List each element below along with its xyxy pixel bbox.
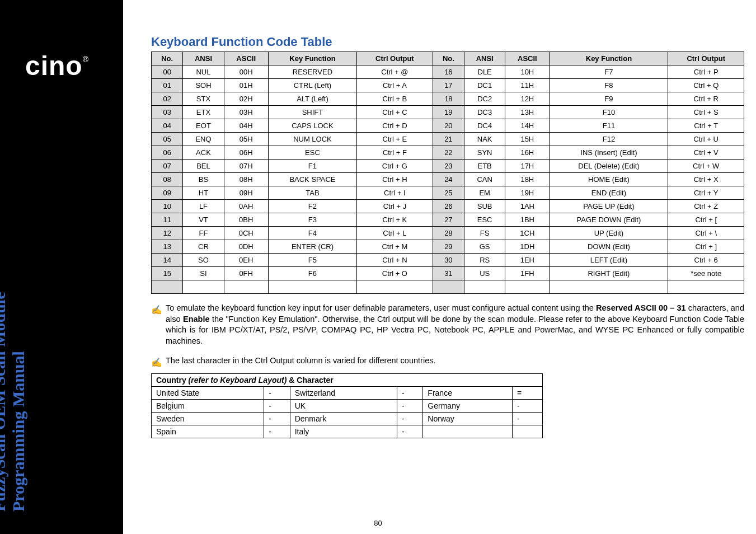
cell-ctrl: Ctrl + Z	[668, 200, 744, 213]
th-no-r: No.	[433, 52, 464, 65]
cell-ctrl: Ctrl + @	[357, 65, 433, 79]
country-cell: Italy	[290, 425, 397, 438]
cell-ascii: 03H	[224, 106, 268, 119]
content-area: Keyboard Function Code Table No. ANSI AS…	[151, 35, 744, 438]
cell-ascii: 16H	[505, 146, 550, 160]
cell-no: 13	[152, 240, 183, 254]
cell-ascii: 1DH	[505, 240, 550, 254]
cell-ctrl: Ctrl + \	[668, 227, 744, 240]
cell-keyfn: HOME (Edit)	[550, 173, 668, 186]
cell-ansi: ETB	[464, 160, 505, 173]
cell-ascii: 04H	[224, 119, 268, 133]
cell-ctrl: Ctrl + G	[357, 160, 433, 173]
th-keyfn-r: Key Function	[550, 52, 668, 65]
cell-ctrl: Ctrl + M	[357, 240, 433, 254]
table-row: 08BS08HBACK SPACECtrl + H24CAN18HHOME (E…	[152, 173, 744, 186]
cell-ctrl: Ctrl + B	[357, 92, 433, 106]
cell-no: 17	[433, 79, 464, 92]
note-2: ✍ The last character in the Ctrl Output …	[151, 355, 744, 369]
table-row: 00NUL00HRESERVEDCtrl + @16DLE10HF7Ctrl +…	[152, 65, 744, 79]
cell-ascii: 08H	[224, 173, 268, 186]
cell-no: 09	[152, 186, 183, 200]
country-row: Spain-Italy-	[152, 425, 543, 438]
country-row: Sweden-Denmark-Norway-	[152, 412, 543, 425]
cell-ctrl: Ctrl + L	[357, 227, 433, 240]
cell-no: 19	[433, 106, 464, 119]
cell-no: 31	[433, 267, 464, 280]
table-row: 07BEL07HF1Ctrl + G23ETB17HDEL (Delete) (…	[152, 160, 744, 173]
cell-ctrl: Ctrl + T	[668, 119, 744, 133]
cell-no: 11	[152, 213, 183, 227]
cell-keyfn: F10	[550, 106, 668, 119]
cell-ascii: 1BH	[505, 213, 550, 227]
th-ansi-r: ANSI	[464, 52, 505, 65]
cell-ansi: ACK	[183, 146, 224, 160]
cell-ascii: 1AH	[505, 200, 550, 213]
cell-no: 10	[152, 200, 183, 213]
note1-pre: To emulate the keyboard function key inp…	[166, 303, 596, 312]
cell-ansi: DC1	[464, 79, 505, 92]
cell-ansi: HT	[183, 186, 224, 200]
table-row: 06ACK06HESCCtrl + F22SYN16HINS (Insert) …	[152, 146, 744, 160]
cell-ascii: 01H	[224, 79, 268, 92]
country-cell: -	[397, 399, 422, 412]
country-row: Belgium-UK-Germany-	[152, 399, 543, 412]
sidebar: cino® FuzzyScan OEM Scan Module Programm…	[0, 0, 123, 534]
cell-ctrl: Ctrl + I	[357, 186, 433, 200]
cell-keyfn: ENTER (CR)	[268, 240, 356, 254]
cell-ctrl: Ctrl + E	[357, 133, 433, 146]
ct-hdr-i: (refer to Keyboard Layout)	[189, 376, 287, 385]
country-cell: -	[264, 386, 290, 399]
cell-ctrl: *see note	[668, 267, 744, 280]
cell-keyfn: F5	[268, 254, 356, 267]
cell-keyfn: F1	[268, 160, 356, 173]
cell-ansi: BS	[183, 173, 224, 186]
cell-no: 27	[433, 213, 464, 227]
vertical-title: FuzzyScan OEM Scan Module Programming Ma…	[0, 292, 28, 512]
cell-ansi: EOT	[183, 119, 224, 133]
cell-ctrl: Ctrl + [	[668, 213, 744, 227]
cell-no: 02	[152, 92, 183, 106]
cell-ctrl: Ctrl + U	[668, 133, 744, 146]
ct-hdr-b2: & Character	[287, 376, 333, 385]
cell-ctrl: Ctrl + ]	[668, 240, 744, 254]
cell-ascii: 10H	[505, 65, 550, 79]
cell-ctrl: Ctrl + A	[357, 79, 433, 92]
cell-ascii: 07H	[224, 160, 268, 173]
cell-keyfn: LEFT (Edit)	[550, 254, 668, 267]
cell-ctrl: Ctrl + S	[668, 106, 744, 119]
cell-ansi: FF	[183, 227, 224, 240]
country-cell: -	[512, 412, 542, 425]
table-row: 11VT0BHF3Ctrl + K27ESC1BHPAGE DOWN (Edit…	[152, 213, 744, 227]
cell-no: 30	[433, 254, 464, 267]
point-icon: ✍	[151, 357, 162, 369]
cell-ctrl: Ctrl + H	[357, 173, 433, 186]
cell-no: 16	[433, 65, 464, 79]
table-row: 04EOT04HCAPS LOCKCtrl + D20DC414HF11Ctrl…	[152, 119, 744, 133]
cell-ascii: 0EH	[224, 254, 268, 267]
cell-ctrl: Ctrl + X	[668, 173, 744, 186]
cell-ascii: 09H	[224, 186, 268, 200]
cell-keyfn: RIGHT (Edit)	[550, 267, 668, 280]
vertical-title-line2: Programming Manual	[9, 292, 28, 512]
cell-ascii: 14H	[505, 119, 550, 133]
cell-ansi: EM	[464, 186, 505, 200]
page-number: 80	[374, 519, 382, 527]
cell-keyfn: INS (Insert) (Edit)	[550, 146, 668, 160]
cell-ctrl: Ctrl + C	[357, 106, 433, 119]
cell-ascii: 0DH	[224, 240, 268, 254]
table-row: 13CR0DHENTER (CR)Ctrl + M29GS1DHDOWN (Ed…	[152, 240, 744, 254]
cell-ascii: 15H	[505, 133, 550, 146]
note-1: ✍ To emulate the keyboard function key i…	[151, 303, 744, 346]
cell-keyfn: DEL (Delete) (Edit)	[550, 160, 668, 173]
cell-ascii: 00H	[224, 65, 268, 79]
country-cell: -	[264, 412, 290, 425]
cell-ansi: GS	[464, 240, 505, 254]
cell-no: 25	[433, 186, 464, 200]
cell-keyfn: F9	[550, 92, 668, 106]
th-no: No.	[152, 52, 183, 65]
table-row: 03ETX03HSHIFTCtrl + C19DC313HF10Ctrl + S	[152, 106, 744, 119]
cell-no: 24	[433, 173, 464, 186]
country-cell: France	[423, 386, 513, 399]
th-keyfn: Key Function	[268, 52, 356, 65]
